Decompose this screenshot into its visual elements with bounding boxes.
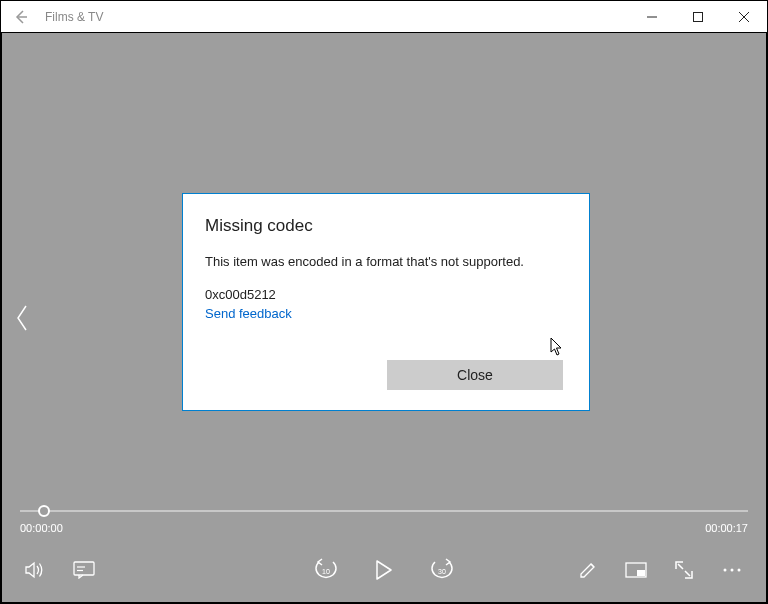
svg-point-13 [738,569,741,572]
controls-left [22,556,98,584]
subtitles-icon[interactable] [70,556,98,584]
skip-fwd-label: 30 [438,568,446,575]
mini-view-icon[interactable] [622,556,650,584]
send-feedback-link[interactable]: Send feedback [205,306,567,321]
close-button[interactable]: Close [387,360,563,390]
seek-track[interactable] [20,510,748,512]
skip-back-icon[interactable]: 10 [312,556,340,584]
previous-chevron-icon[interactable] [10,298,34,338]
skip-back-label: 10 [322,568,330,575]
seek-thumb[interactable] [38,505,50,517]
error-dialog: Missing codec This item was encoded in a… [182,193,590,411]
svg-point-11 [724,569,727,572]
more-icon[interactable] [718,556,746,584]
svg-rect-2 [694,13,703,22]
minimize-button[interactable] [629,1,675,33]
video-area: Missing codec This item was encoded in a… [0,32,768,604]
svg-point-12 [731,569,734,572]
seekbar-row: 00:00:00 00:00:17 [20,502,748,542]
volume-icon[interactable] [22,556,50,584]
dialog-error-code: 0xc00d5212 [205,287,567,302]
svg-rect-10 [637,570,645,576]
window-controls [629,1,767,33]
skip-forward-icon[interactable]: 30 [428,556,456,584]
fullscreen-icon[interactable] [670,556,698,584]
dialog-title: Missing codec [205,216,567,236]
app-title: Films & TV [45,10,103,24]
titlebar: Films & TV [0,0,768,32]
back-icon[interactable] [9,5,33,29]
controls-right [574,556,746,584]
dialog-message: This item was encoded in a format that's… [205,254,567,269]
maximize-button[interactable] [675,1,721,33]
total-time: 00:00:17 [705,522,748,534]
svg-rect-5 [74,562,94,575]
edit-icon[interactable] [574,556,602,584]
current-time: 00:00:00 [20,522,63,534]
close-button[interactable] [721,1,767,33]
svg-line-8 [591,564,594,567]
play-icon[interactable] [370,556,398,584]
controls-center: 10 30 [312,556,456,584]
player-controls: 10 30 [2,556,766,596]
